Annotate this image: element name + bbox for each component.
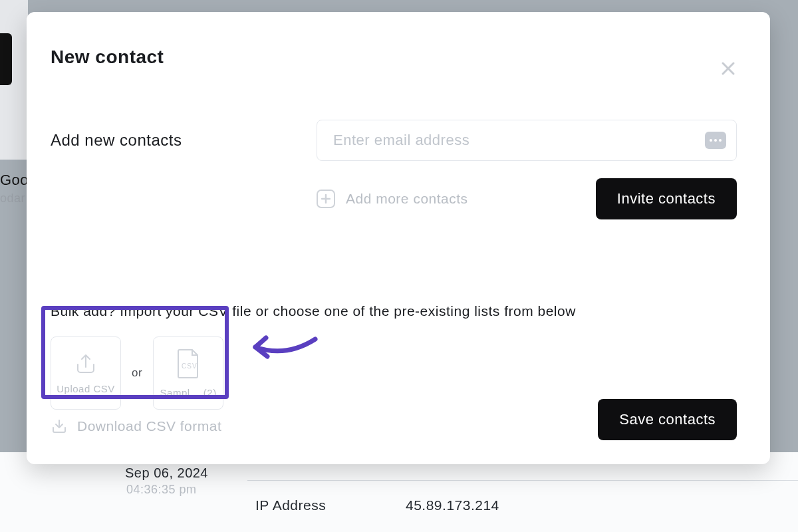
upload-csv-label: Upload CSV bbox=[51, 383, 120, 394]
dots-icon bbox=[714, 139, 717, 142]
svg-text:CSV: CSV bbox=[182, 362, 198, 370]
dots-icon bbox=[710, 139, 712, 142]
invite-button-label: Invite contacts bbox=[617, 190, 716, 207]
download-icon bbox=[51, 418, 68, 435]
new-contact-modal: New contact Add new contacts Add more co… bbox=[27, 12, 770, 464]
bg-user-name-fragment: Goo bbox=[0, 172, 29, 189]
save-contacts-button[interactable]: Save contacts bbox=[598, 399, 737, 440]
add-more-label: Add more contacts bbox=[346, 191, 468, 207]
close-button[interactable] bbox=[718, 59, 738, 78]
bg-bottom-panel bbox=[0, 452, 798, 532]
or-text: or bbox=[132, 366, 142, 380]
add-contacts-label: Add new contacts bbox=[51, 131, 317, 150]
upload-csv-card[interactable]: Upload CSV bbox=[51, 336, 121, 410]
bg-ip-label: IP Address bbox=[255, 497, 326, 513]
download-csv-format-button[interactable]: Download CSV format bbox=[51, 418, 221, 435]
csv-file-icon: CSV bbox=[175, 348, 201, 379]
add-more-contacts-button[interactable]: Add more contacts bbox=[317, 190, 468, 208]
sample-list-label: Sampl… (2) bbox=[155, 387, 222, 398]
bg-user-sub-fragment: odar bbox=[0, 192, 25, 205]
sample-list-card[interactable]: CSV Sampl… (2) bbox=[153, 336, 223, 410]
invite-contacts-button[interactable]: Invite contacts bbox=[596, 178, 737, 219]
bg-date: Sep 06, 2024 bbox=[125, 466, 208, 481]
bg-ip-value: 45.89.173.214 bbox=[406, 497, 499, 513]
email-input[interactable] bbox=[317, 120, 737, 161]
bulk-add-label: Bulk add? Import your CSV file or choose… bbox=[51, 303, 737, 319]
bg-divider bbox=[247, 480, 798, 481]
sidebar-active-fragment bbox=[0, 33, 12, 85]
upload-icon bbox=[74, 352, 98, 375]
bg-time: 04:36:35 pm bbox=[126, 483, 197, 497]
dots-icon bbox=[719, 139, 722, 142]
download-csv-label: Download CSV format bbox=[77, 418, 221, 434]
email-more-button[interactable] bbox=[705, 132, 726, 149]
close-icon bbox=[721, 61, 735, 76]
modal-title: New contact bbox=[51, 47, 737, 68]
save-button-label: Save contacts bbox=[619, 411, 716, 428]
plus-icon bbox=[317, 190, 335, 208]
